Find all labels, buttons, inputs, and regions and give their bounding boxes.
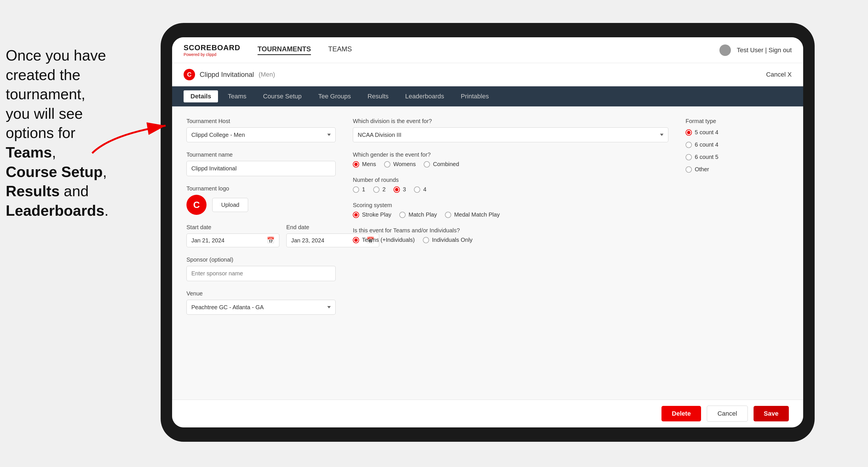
division-label: Which division is the event for?	[353, 118, 669, 124]
venue-group: Venue Peachtree GC - Atlanta - GA	[186, 290, 336, 315]
team-teams-radio[interactable]	[353, 237, 359, 243]
nav-links: TOURNAMENTS TEAMS	[257, 45, 720, 55]
rounds-1-radio[interactable]	[353, 186, 359, 193]
scoring-match-radio[interactable]	[399, 212, 406, 218]
scoring-medal-match[interactable]: Medal Match Play	[445, 211, 500, 218]
scoring-match-label: Match Play	[408, 211, 437, 218]
scoring-match[interactable]: Match Play	[399, 211, 437, 218]
gender-group: Which gender is the event for? Mens Wome…	[353, 152, 669, 167]
tab-leaderboards[interactable]: Leaderboards	[398, 90, 451, 102]
format-6count4-label: 6 count 4	[695, 142, 718, 148]
gender-womens-radio[interactable]	[384, 161, 391, 167]
team-individuals-label: Individuals Only	[432, 237, 472, 243]
tournament-host-select[interactable]: Clippd College - Men	[186, 127, 336, 142]
logo-sub: Powered by clippd	[184, 52, 240, 57]
delete-button[interactable]: Delete	[661, 406, 701, 422]
sponsor-label: Sponsor (optional)	[186, 256, 336, 263]
sponsor-group: Sponsor (optional)	[186, 256, 336, 281]
rounds-4-radio[interactable]	[414, 186, 420, 193]
team-individuals[interactable]: Individuals Only	[423, 237, 472, 243]
division-group: Which division is the event for? NCAA Di…	[353, 118, 669, 142]
format-6count5-radio[interactable]	[686, 154, 692, 160]
gender-mens-radio[interactable]	[353, 161, 359, 167]
scoring-stroke-radio[interactable]	[353, 212, 359, 218]
nav-teams[interactable]: TEAMS	[328, 45, 352, 55]
tablet-screen: SCOREBOARD Powered by clippd TOURNAMENTS…	[172, 37, 803, 428]
start-date-label: Start date	[186, 224, 279, 230]
rounds-3-radio[interactable]	[394, 186, 400, 193]
rounds-label: Number of rounds	[353, 177, 669, 183]
middle-column: Which division is the event for? NCAA Di…	[353, 118, 669, 388]
tournament-logo-label: Tournament logo	[186, 185, 336, 192]
tablet-device: SCOREBOARD Powered by clippd TOURNAMENTS…	[161, 23, 815, 442]
tournament-name-group: Tournament name	[186, 152, 336, 176]
tournament-host-label: Tournament Host	[186, 118, 336, 124]
scoring-radio-group: Stroke Play Match Play Medal Match Play	[353, 211, 669, 218]
gender-mens[interactable]: Mens	[353, 161, 376, 167]
left-column: Tournament Host Clippd College - Men Tou…	[186, 118, 336, 388]
format-label: Format type	[686, 118, 789, 124]
logo-title: SCOREBOARD	[184, 43, 240, 52]
rounds-2[interactable]: 2	[373, 186, 385, 193]
user-text[interactable]: Test User | Sign out	[737, 46, 792, 54]
format-6count5-label: 6 count 5	[695, 154, 718, 160]
format-5count4-label: 5 count 4	[695, 129, 718, 136]
tab-results[interactable]: Results	[361, 90, 395, 102]
rounds-radio-group: 1 2 3 4	[353, 186, 669, 193]
tab-tee-groups[interactable]: Tee Groups	[311, 90, 358, 102]
breadcrumb-bar: C Clippd Invitational (Men) Cancel X	[172, 63, 803, 86]
format-other-radio[interactable]	[686, 166, 692, 173]
rounds-group: Number of rounds 1 2	[353, 177, 669, 193]
tournament-host-group: Tournament Host Clippd College - Men	[186, 118, 336, 142]
rounds-3[interactable]: 3	[394, 186, 406, 193]
start-date-field[interactable]	[191, 237, 264, 244]
format-5count4[interactable]: 5 count 4	[686, 129, 789, 136]
gender-combined-radio[interactable]	[424, 161, 430, 167]
format-6count5[interactable]: 6 count 5	[686, 154, 789, 160]
breadcrumb-title: Clippd Invitational	[199, 70, 254, 79]
gender-mens-label: Mens	[362, 161, 376, 167]
tournament-name-input[interactable]	[186, 161, 336, 176]
breadcrumb-content: C Clippd Invitational (Men)	[184, 69, 275, 80]
cancel-x-button[interactable]: Cancel X	[766, 71, 792, 78]
team-teams[interactable]: Teams (+Individuals)	[353, 237, 415, 243]
format-6count4-radio[interactable]	[686, 142, 692, 148]
format-other[interactable]: Other	[686, 166, 789, 173]
save-button[interactable]: Save	[753, 406, 789, 422]
rounds-4[interactable]: 4	[414, 186, 426, 193]
gender-combined-label: Combined	[433, 161, 459, 167]
team-individuals-group: Is this event for Teams and/or Individua…	[353, 227, 669, 243]
tab-printables[interactable]: Printables	[454, 90, 496, 102]
team-individuals-radio[interactable]	[423, 237, 429, 243]
logo-area: SCOREBOARD Powered by clippd	[184, 43, 240, 57]
cancel-button[interactable]: Cancel	[707, 406, 747, 422]
gender-combined[interactable]: Combined	[424, 161, 459, 167]
rounds-1-label: 1	[362, 186, 365, 193]
format-5count4-radio[interactable]	[686, 129, 692, 136]
start-date-calendar-icon[interactable]: 📅	[267, 237, 275, 244]
scoring-medal-match-radio[interactable]	[445, 212, 451, 218]
sponsor-input[interactable]	[186, 266, 336, 281]
tab-bar: Details Teams Course Setup Tee Groups Re…	[172, 86, 803, 106]
format-other-label: Other	[695, 166, 709, 173]
date-group: Start date 📅 End date 📅	[186, 224, 336, 247]
rounds-2-radio[interactable]	[373, 186, 379, 193]
scoring-label: Scoring system	[353, 202, 669, 209]
rounds-1[interactable]: 1	[353, 186, 365, 193]
app-chrome: SCOREBOARD Powered by clippd TOURNAMENTS…	[172, 37, 803, 428]
tab-details[interactable]: Details	[184, 90, 218, 102]
tab-course-setup[interactable]: Course Setup	[256, 90, 309, 102]
upload-button[interactable]: Upload	[212, 198, 248, 212]
scoring-stroke[interactable]: Stroke Play	[353, 211, 391, 218]
nav-tournaments[interactable]: TOURNAMENTS	[257, 45, 311, 55]
gender-label: Which gender is the event for?	[353, 152, 669, 158]
gender-womens[interactable]: Womens	[384, 161, 416, 167]
tab-teams[interactable]: Teams	[221, 90, 253, 102]
tournament-name-label: Tournament name	[186, 152, 336, 158]
division-select[interactable]: NCAA Division III	[353, 127, 669, 142]
format-6count4[interactable]: 6 count 4	[686, 142, 789, 148]
breadcrumb-subtitle: (Men)	[258, 71, 275, 78]
logo-circle: C	[186, 195, 207, 215]
start-date-input[interactable]: 📅	[186, 234, 279, 247]
venue-select[interactable]: Peachtree GC - Atlanta - GA	[186, 300, 336, 315]
